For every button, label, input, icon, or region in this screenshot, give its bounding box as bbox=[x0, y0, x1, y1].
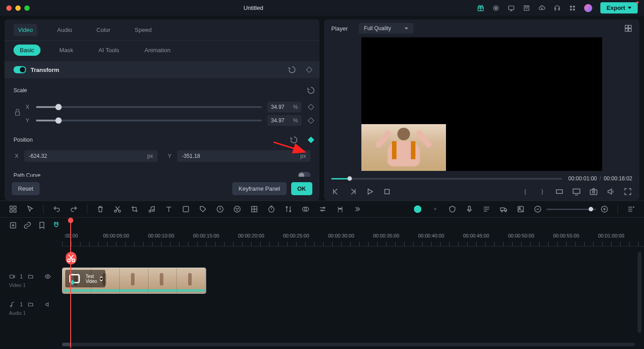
minimize-icon[interactable] bbox=[15, 5, 21, 11]
lock-aspect-icon[interactable] bbox=[14, 109, 22, 118]
transform-toggle[interactable] bbox=[14, 66, 26, 73]
adjust-icon[interactable] bbox=[319, 205, 327, 213]
folder-icon[interactable] bbox=[27, 301, 34, 308]
sparkle-icon[interactable]: ✦ bbox=[431, 205, 439, 213]
avatar[interactable] bbox=[584, 4, 592, 12]
mark-in-icon[interactable]: { bbox=[521, 187, 530, 196]
export-button[interactable]: Export bbox=[600, 2, 638, 13]
tag-icon[interactable] bbox=[199, 205, 207, 213]
scale-x-keyframe[interactable] bbox=[307, 103, 315, 111]
volume-icon[interactable] bbox=[606, 187, 615, 196]
pointer-icon[interactable] bbox=[26, 205, 34, 213]
track-menu-icon[interactable] bbox=[627, 205, 635, 213]
display-icon[interactable] bbox=[572, 187, 581, 196]
ai-face-icon[interactable] bbox=[413, 205, 422, 214]
truck-icon[interactable] bbox=[500, 205, 508, 213]
marker-icon[interactable] bbox=[38, 221, 46, 229]
timeline-clip[interactable]: Test Video◆ bbox=[62, 268, 206, 294]
progress-bar[interactable] bbox=[331, 178, 562, 179]
position-keyframe-active[interactable] bbox=[307, 136, 315, 144]
bracket-icon[interactable]: [•••] bbox=[336, 205, 344, 213]
delete-icon[interactable] bbox=[96, 205, 104, 213]
crop-icon[interactable] bbox=[131, 205, 139, 213]
fullscreen-icon[interactable] bbox=[623, 187, 632, 196]
list-icon[interactable] bbox=[482, 205, 491, 213]
scale-y-value[interactable]: 34.97% bbox=[267, 115, 302, 126]
maximize-icon[interactable] bbox=[24, 5, 30, 11]
reset-button[interactable]: Reset bbox=[12, 182, 40, 195]
text-icon[interactable] bbox=[165, 205, 173, 213]
timeline-scroll-h[interactable] bbox=[62, 343, 635, 346]
frame-icon[interactable] bbox=[182, 205, 190, 213]
pos-y-field[interactable]: -351.18px bbox=[177, 150, 311, 162]
scale-y-slider[interactable] bbox=[36, 120, 262, 121]
position-reset-icon[interactable] bbox=[290, 136, 298, 144]
link-icon[interactable] bbox=[23, 221, 32, 229]
zoom-slider[interactable] bbox=[546, 209, 596, 210]
pill-basic[interactable]: Basic bbox=[14, 45, 41, 56]
playhead[interactable] bbox=[70, 218, 71, 348]
scale-y-keyframe[interactable] bbox=[307, 116, 315, 125]
timeline-scroll-v[interactable] bbox=[638, 252, 641, 333]
reset-icon[interactable] bbox=[288, 66, 296, 74]
zoom-out-icon[interactable] bbox=[534, 205, 542, 213]
apps-icon[interactable] bbox=[569, 4, 576, 12]
scale-x-slider[interactable] bbox=[36, 106, 262, 108]
quality-select[interactable]: Full Quality bbox=[359, 23, 414, 34]
eye-icon[interactable] bbox=[45, 273, 51, 280]
add-track-icon[interactable] bbox=[9, 221, 17, 229]
svg-rect-5 bbox=[570, 5, 572, 7]
pathcurve-toggle[interactable] bbox=[298, 172, 311, 177]
folder-icon[interactable] bbox=[27, 273, 34, 280]
zoom-in-icon[interactable] bbox=[600, 205, 608, 213]
tab-video[interactable]: Video bbox=[14, 24, 37, 36]
mic-icon[interactable] bbox=[465, 205, 473, 213]
shield-icon[interactable] bbox=[448, 205, 456, 213]
speed-tool-icon[interactable] bbox=[216, 205, 224, 213]
preview-canvas[interactable] bbox=[361, 37, 602, 171]
undo-icon[interactable] bbox=[53, 205, 61, 213]
scale-x-value[interactable]: 34.97% bbox=[267, 102, 302, 112]
ratio-icon[interactable] bbox=[555, 187, 564, 196]
ok-button[interactable]: OK bbox=[291, 182, 313, 195]
close-icon[interactable] bbox=[6, 5, 12, 11]
prev-frame-icon[interactable] bbox=[331, 187, 340, 196]
headphones-icon[interactable] bbox=[554, 4, 561, 12]
pos-x-field[interactable]: -624.32px bbox=[24, 150, 158, 162]
panel-layout-icon[interactable] bbox=[9, 205, 17, 213]
cut-icon[interactable] bbox=[113, 205, 122, 213]
next-frame-icon[interactable] bbox=[348, 187, 357, 196]
timeline-ruler[interactable]: :00:0000:00:05:0000:00:10:0000:00:15:000… bbox=[62, 231, 644, 246]
layout-grid-icon[interactable] bbox=[624, 24, 632, 32]
guide-icon[interactable] bbox=[250, 205, 258, 213]
pill-mask[interactable]: Mask bbox=[53, 45, 80, 56]
redo-icon[interactable] bbox=[70, 205, 78, 213]
magnet-icon[interactable] bbox=[52, 221, 60, 229]
timer-icon[interactable] bbox=[267, 205, 275, 213]
cloud-icon[interactable] bbox=[538, 4, 545, 12]
play-icon[interactable] bbox=[365, 187, 374, 196]
tab-audio[interactable]: Audio bbox=[53, 24, 77, 36]
record-icon[interactable] bbox=[492, 4, 500, 12]
gift-icon[interactable] bbox=[477, 4, 484, 12]
stop-icon[interactable] bbox=[383, 187, 392, 196]
image-icon[interactable] bbox=[517, 205, 525, 213]
tab-color[interactable]: Color bbox=[92, 24, 115, 36]
split-scissor-icon[interactable] bbox=[66, 252, 77, 264]
mask-tool-icon[interactable] bbox=[302, 205, 310, 213]
monitor-icon[interactable] bbox=[508, 4, 515, 12]
keyframe-panel-button[interactable]: Keyframe Panel bbox=[232, 182, 287, 195]
more-icon[interactable] bbox=[353, 205, 361, 213]
save-icon[interactable] bbox=[523, 4, 530, 12]
pill-aitools[interactable]: AI Tools bbox=[92, 45, 126, 56]
snapshot-icon[interactable] bbox=[589, 187, 598, 196]
tab-speed[interactable]: Speed bbox=[130, 24, 156, 36]
mark-out-icon[interactable]: } bbox=[538, 187, 547, 196]
arrange-icon[interactable] bbox=[284, 205, 293, 213]
speaker-icon[interactable] bbox=[45, 301, 51, 308]
pill-animation[interactable]: Animation bbox=[138, 45, 177, 56]
music-icon[interactable] bbox=[148, 205, 156, 213]
keyframe-diamond-icon[interactable] bbox=[305, 66, 313, 74]
color-tool-icon[interactable] bbox=[233, 205, 241, 213]
scale-reset-icon[interactable] bbox=[307, 86, 315, 94]
